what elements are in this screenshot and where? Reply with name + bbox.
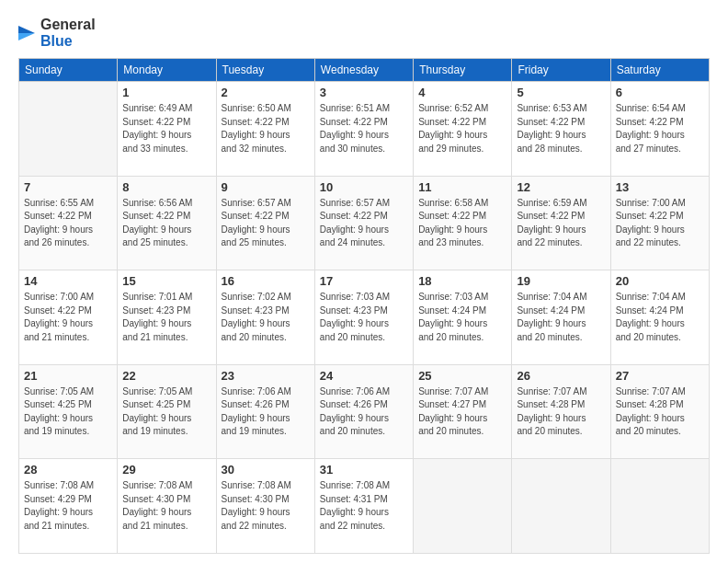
day-info: Sunrise: 7:08 AM Sunset: 4:30 PM Dayligh… <box>122 479 210 533</box>
day-number: 13 <box>616 180 704 194</box>
page: GeneralBlue SundayMondayTuesdayWednesday… <box>0 0 728 563</box>
calendar-cell: 13Sunrise: 7:00 AM Sunset: 4:22 PM Dayli… <box>610 176 709 270</box>
calendar-cell: 22Sunrise: 7:05 AM Sunset: 4:25 PM Dayli… <box>118 364 216 459</box>
day-info: Sunrise: 7:04 AM Sunset: 4:24 PM Dayligh… <box>517 291 605 344</box>
day-number: 25 <box>418 369 506 383</box>
day-info: Sunrise: 7:01 AM Sunset: 4:23 PM Dayligh… <box>122 291 210 344</box>
day-number: 12 <box>517 180 605 194</box>
day-info: Sunrise: 6:55 AM Sunset: 4:22 PM Dayligh… <box>24 197 112 250</box>
day-info: Sunrise: 6:50 AM Sunset: 4:22 PM Dayligh… <box>222 102 310 155</box>
calendar-cell: 23Sunrise: 7:06 AM Sunset: 4:26 PM Dayli… <box>216 364 314 459</box>
calendar-cell: 2Sunrise: 6:50 AM Sunset: 4:22 PM Daylig… <box>216 82 314 177</box>
day-info: Sunrise: 7:07 AM Sunset: 4:28 PM Dayligh… <box>616 385 704 439</box>
col-header-saturday: Saturday <box>610 59 709 82</box>
day-number: 24 <box>320 369 408 383</box>
logo-line2: Blue <box>40 33 96 50</box>
day-info: Sunrise: 6:49 AM Sunset: 4:22 PM Dayligh… <box>122 102 210 155</box>
day-number: 31 <box>320 463 408 477</box>
logo-line1: General <box>40 17 96 33</box>
day-info: Sunrise: 6:58 AM Sunset: 4:22 PM Dayligh… <box>418 197 506 250</box>
day-number: 11 <box>418 180 506 194</box>
day-number: 1 <box>122 86 210 99</box>
day-number: 29 <box>122 463 210 477</box>
day-info: Sunrise: 7:06 AM Sunset: 4:26 PM Dayligh… <box>320 385 408 439</box>
day-number: 20 <box>616 274 704 288</box>
calendar-cell: 3Sunrise: 6:51 AM Sunset: 4:22 PM Daylig… <box>314 82 413 177</box>
calendar-cell: 18Sunrise: 7:03 AM Sunset: 4:24 PM Dayli… <box>414 270 512 365</box>
day-info: Sunrise: 6:52 AM Sunset: 4:22 PM Dayligh… <box>418 102 506 155</box>
day-info: Sunrise: 7:06 AM Sunset: 4:26 PM Dayligh… <box>222 385 310 439</box>
day-number: 18 <box>418 274 506 288</box>
day-info: Sunrise: 7:08 AM Sunset: 4:29 PM Dayligh… <box>24 479 112 533</box>
col-header-thursday: Thursday <box>414 59 512 82</box>
day-info: Sunrise: 7:05 AM Sunset: 4:25 PM Dayligh… <box>24 385 112 439</box>
day-number: 5 <box>517 86 605 99</box>
day-number: 4 <box>418 86 506 99</box>
calendar-cell: 16Sunrise: 7:02 AM Sunset: 4:23 PM Dayli… <box>216 270 314 365</box>
calendar-cell: 30Sunrise: 7:08 AM Sunset: 4:30 PM Dayli… <box>216 459 314 554</box>
calendar-cell: 24Sunrise: 7:06 AM Sunset: 4:26 PM Dayli… <box>314 364 413 459</box>
day-info: Sunrise: 6:53 AM Sunset: 4:22 PM Dayligh… <box>517 102 605 155</box>
calendar-cell: 11Sunrise: 6:58 AM Sunset: 4:22 PM Dayli… <box>414 176 512 270</box>
week-row-0: 1Sunrise: 6:49 AM Sunset: 4:22 PM Daylig… <box>19 82 710 177</box>
day-number: 28 <box>24 463 112 477</box>
calendar-cell: 4Sunrise: 6:52 AM Sunset: 4:22 PM Daylig… <box>414 82 512 177</box>
calendar-cell: 17Sunrise: 7:03 AM Sunset: 4:23 PM Dayli… <box>314 270 413 365</box>
col-header-tuesday: Tuesday <box>216 59 314 82</box>
day-number: 7 <box>24 180 112 194</box>
day-info: Sunrise: 6:57 AM Sunset: 4:22 PM Dayligh… <box>222 197 310 250</box>
day-info: Sunrise: 7:08 AM Sunset: 4:31 PM Dayligh… <box>320 479 408 533</box>
calendar-cell: 25Sunrise: 7:07 AM Sunset: 4:27 PM Dayli… <box>414 364 512 459</box>
day-info: Sunrise: 7:02 AM Sunset: 4:23 PM Dayligh… <box>222 291 310 344</box>
day-info: Sunrise: 6:57 AM Sunset: 4:22 PM Dayligh… <box>320 197 408 250</box>
calendar-cell <box>512 459 610 554</box>
day-number: 14 <box>24 274 112 288</box>
day-number: 22 <box>122 369 210 383</box>
calendar-cell <box>610 459 709 554</box>
svg-marker-1 <box>18 33 35 40</box>
calendar-cell: 10Sunrise: 6:57 AM Sunset: 4:22 PM Dayli… <box>314 176 413 270</box>
calendar-cell: 8Sunrise: 6:56 AM Sunset: 4:22 PM Daylig… <box>118 176 216 270</box>
day-info: Sunrise: 6:59 AM Sunset: 4:22 PM Dayligh… <box>517 197 605 250</box>
calendar-cell: 31Sunrise: 7:08 AM Sunset: 4:31 PM Dayli… <box>314 459 413 554</box>
col-header-wednesday: Wednesday <box>314 59 413 82</box>
calendar-cell: 20Sunrise: 7:04 AM Sunset: 4:24 PM Dayli… <box>610 270 709 365</box>
day-number: 8 <box>122 180 210 194</box>
calendar-cell: 19Sunrise: 7:04 AM Sunset: 4:24 PM Dayli… <box>512 270 610 365</box>
calendar-cell: 26Sunrise: 7:07 AM Sunset: 4:28 PM Dayli… <box>512 364 610 459</box>
logo-arrow-icon <box>18 20 35 46</box>
day-info: Sunrise: 7:07 AM Sunset: 4:28 PM Dayligh… <box>517 385 605 439</box>
week-row-4: 28Sunrise: 7:08 AM Sunset: 4:29 PM Dayli… <box>19 459 710 554</box>
col-header-friday: Friday <box>512 59 610 82</box>
day-info: Sunrise: 6:56 AM Sunset: 4:22 PM Dayligh… <box>122 197 210 250</box>
week-row-2: 14Sunrise: 7:00 AM Sunset: 4:22 PM Dayli… <box>19 270 710 365</box>
header: GeneralBlue <box>18 17 710 49</box>
day-number: 15 <box>122 274 210 288</box>
calendar-cell: 29Sunrise: 7:08 AM Sunset: 4:30 PM Dayli… <box>118 459 216 554</box>
day-number: 3 <box>320 86 408 99</box>
day-info: Sunrise: 6:54 AM Sunset: 4:22 PM Dayligh… <box>616 102 704 155</box>
day-number: 2 <box>222 86 310 99</box>
calendar-cell: 12Sunrise: 6:59 AM Sunset: 4:22 PM Dayli… <box>512 176 610 270</box>
day-info: Sunrise: 7:04 AM Sunset: 4:24 PM Dayligh… <box>616 291 704 344</box>
calendar-cell: 15Sunrise: 7:01 AM Sunset: 4:23 PM Dayli… <box>118 270 216 365</box>
calendar-cell: 1Sunrise: 6:49 AM Sunset: 4:22 PM Daylig… <box>118 82 216 177</box>
day-number: 27 <box>616 369 704 383</box>
calendar-cell: 6Sunrise: 6:54 AM Sunset: 4:22 PM Daylig… <box>610 82 709 177</box>
calendar-table: SundayMondayTuesdayWednesdayThursdayFrid… <box>18 58 710 554</box>
day-info: Sunrise: 7:05 AM Sunset: 4:25 PM Dayligh… <box>122 385 210 439</box>
calendar-cell: 28Sunrise: 7:08 AM Sunset: 4:29 PM Dayli… <box>19 459 118 554</box>
calendar-cell <box>414 459 512 554</box>
calendar-cell: 5Sunrise: 6:53 AM Sunset: 4:22 PM Daylig… <box>512 82 610 177</box>
calendar-cell: 14Sunrise: 7:00 AM Sunset: 4:22 PM Dayli… <box>19 270 118 365</box>
day-info: Sunrise: 7:08 AM Sunset: 4:30 PM Dayligh… <box>222 479 310 533</box>
calendar-cell: 21Sunrise: 7:05 AM Sunset: 4:25 PM Dayli… <box>19 364 118 459</box>
day-number: 19 <box>517 274 605 288</box>
calendar-cell: 27Sunrise: 7:07 AM Sunset: 4:28 PM Dayli… <box>610 364 709 459</box>
day-info: Sunrise: 7:07 AM Sunset: 4:27 PM Dayligh… <box>418 385 506 439</box>
calendar-cell: 9Sunrise: 6:57 AM Sunset: 4:22 PM Daylig… <box>216 176 314 270</box>
day-info: Sunrise: 7:03 AM Sunset: 4:24 PM Dayligh… <box>418 291 506 344</box>
day-info: Sunrise: 7:00 AM Sunset: 4:22 PM Dayligh… <box>616 197 704 250</box>
day-number: 23 <box>222 369 310 383</box>
day-info: Sunrise: 7:00 AM Sunset: 4:22 PM Dayligh… <box>24 291 112 344</box>
